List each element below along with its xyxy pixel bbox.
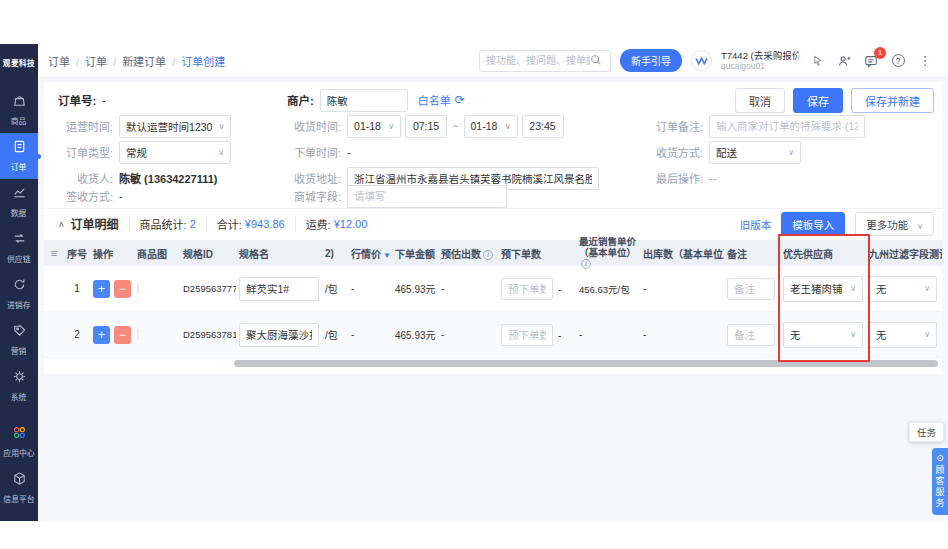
merchant-input[interactable] [320, 89, 408, 112]
more-functions-button[interactable]: 更多功能 ∨ [855, 212, 934, 236]
search-input[interactable] [486, 55, 590, 66]
customer-service-tab[interactable]: ⊙ 顾客服务 [932, 448, 948, 515]
receive-method-select[interactable]: 配送 ∨ [709, 141, 801, 164]
receive-time-end-input[interactable] [522, 115, 564, 138]
priority-supplier-select[interactable]: 无∨ [783, 322, 863, 348]
spec-name-input[interactable] [239, 277, 319, 301]
jiuzhou-filter-select[interactable]: 无∨ [869, 276, 937, 302]
receive-time-start-input[interactable] [405, 115, 447, 138]
order-time-label: 下单时间: [294, 144, 341, 160]
add-row-button[interactable]: + [93, 280, 110, 298]
sidebar-item-app-center[interactable]: 应用中心 [0, 419, 38, 465]
sidebar-item-label: 供应链 [7, 252, 30, 263]
total-value: ¥943.86 [245, 218, 285, 230]
jiuzhou-filter-select[interactable]: 无∨ [869, 322, 937, 348]
mall-field-input[interactable] [347, 185, 507, 208]
sidebar-item-info-platform[interactable]: 信息平台 [0, 465, 38, 511]
search-icon[interactable] [590, 52, 602, 70]
breadcrumb-item[interactable]: 订单 [48, 53, 85, 69]
chevron-down-icon: ∨ [218, 122, 224, 131]
pre-order-input[interactable] [501, 324, 553, 346]
more-menu-icon[interactable]: ⋮ [916, 52, 934, 70]
delete-row-button[interactable]: − [114, 326, 131, 344]
breadcrumb: 订单 订单 新建订单 订单创建 [48, 53, 225, 69]
horizontal-scrollbar[interactable] [234, 360, 938, 367]
col-recent-price: 最近销售单价（基本单位）i [576, 237, 640, 270]
cancel-button[interactable]: 取消 [735, 88, 785, 113]
product-image[interactable] [137, 283, 139, 294]
sidebar-item-orders[interactable]: 订单 [0, 133, 38, 179]
order-no-field: 订单号: - [58, 88, 106, 112]
avatar[interactable] [691, 50, 712, 71]
service-tab-label: 顾客服务 [934, 465, 947, 509]
user-info[interactable]: T7442 (去采购报价单... qucaigou01 [721, 50, 799, 72]
old-version-link[interactable]: 旧版本 [740, 217, 772, 232]
pointer-icon[interactable] [808, 52, 826, 70]
pre-order-suffix: - [558, 284, 561, 295]
delete-row-button[interactable]: − [114, 280, 131, 298]
refresh-icon[interactable]: ⟳ [455, 93, 465, 107]
operate-time-field: 运营时间: 默认运营时间1230 ∨ [66, 114, 231, 138]
sidebar-item-system[interactable]: 系统 [0, 363, 38, 409]
contact-icon[interactable] [835, 52, 853, 70]
save-button[interactable]: 保存 [793, 88, 843, 113]
spec-name-input[interactable] [239, 323, 319, 347]
operate-time-select[interactable]: 默认运营时间1230 ∨ [119, 115, 231, 138]
remark-input[interactable] [727, 324, 775, 346]
order-type-field: 订单类型: 常规 ∨ [66, 140, 231, 164]
sign-method-field: 签收方式: - [66, 184, 123, 208]
order-type-select[interactable]: 常规 ∨ [119, 141, 231, 164]
col-priority-supplier: 优先供应商 [780, 246, 866, 261]
info-icon[interactable]: i [483, 250, 493, 260]
sidebar-item-marketing[interactable]: 营销 [0, 317, 38, 363]
freight-value: ¥12.00 [334, 218, 368, 230]
collapse-icon[interactable]: ∧ [58, 219, 65, 229]
sidebar-item-data[interactable]: 数据 [0, 179, 38, 225]
add-row-button[interactable]: + [93, 326, 110, 344]
cube-icon [12, 471, 27, 490]
total-label: 合计: [217, 216, 242, 232]
receive-method-label: 收货方式: [656, 144, 703, 160]
last-operate-label: 最后操作: [656, 170, 703, 186]
cell-out-qty: - [640, 329, 724, 340]
column-settings-icon[interactable]: ≡ [44, 247, 64, 259]
breadcrumb-item[interactable]: 订单 [85, 53, 122, 69]
template-import-button[interactable]: 模板导入 [781, 212, 845, 236]
message-icon[interactable]: 1 [862, 52, 880, 70]
stats-label: 商品统计: [140, 216, 187, 232]
form-actions: 取消 保存 保存并新建 [735, 88, 934, 113]
receive-date-start-select[interactable]: 01-18 ∨ [347, 115, 401, 138]
task-widget[interactable]: 任务 [909, 422, 944, 442]
remark-input[interactable] [727, 278, 775, 300]
user-name: T7442 (去采购报价单... [721, 50, 799, 61]
sidebar-nav: 商品 订单 数据 供应链 进销存 营销 [0, 87, 38, 409]
product-image[interactable] [137, 329, 139, 340]
merchant-label: 商户: [287, 92, 314, 108]
receive-date-end-select[interactable]: 01-18 ∨ [464, 115, 518, 138]
save-and-new-button[interactable]: 保存并新建 [851, 88, 934, 113]
col-seq: 序号 [64, 246, 90, 261]
cell-recent-price: 456.63元/包 [576, 282, 640, 296]
app-logo: 观麦科技 [1, 45, 37, 69]
whitelist-link[interactable]: 白名单 [418, 92, 451, 108]
global-search[interactable] [479, 50, 611, 72]
col-market-price[interactable]: 行情价▼ [348, 246, 392, 261]
info-icon[interactable]: i [581, 259, 591, 269]
breadcrumb-item[interactable]: 新建订单 [122, 53, 181, 69]
sidebar-item-inventory[interactable]: 进销存 [0, 271, 38, 317]
newbie-guide-button[interactable]: 新手引导 [620, 49, 682, 72]
pre-order-input[interactable] [501, 278, 553, 300]
merchant-field: 商户: 白名单 ⟳ [287, 88, 465, 112]
cell-out-qty: - [640, 283, 724, 294]
sidebar-item-goods[interactable]: 商品 [0, 87, 38, 133]
sort-desc-icon[interactable]: ▼ [383, 251, 391, 260]
operate-time-label: 运营时间: [66, 118, 113, 134]
topbar: 订单 订单 新建订单 订单创建 新手引导 T7442 (去采购报价单... qu… [38, 44, 948, 78]
cell-unit: /包 [322, 327, 348, 342]
order-remark-input[interactable] [709, 115, 865, 138]
tag-icon [12, 323, 27, 342]
priority-supplier-select[interactable]: 老王猪肉铺∨ [783, 276, 863, 302]
help-icon[interactable]: ? [889, 52, 907, 70]
cell-market-price: - [348, 329, 392, 340]
sidebar-item-supply-chain[interactable]: 供应链 [0, 225, 38, 271]
